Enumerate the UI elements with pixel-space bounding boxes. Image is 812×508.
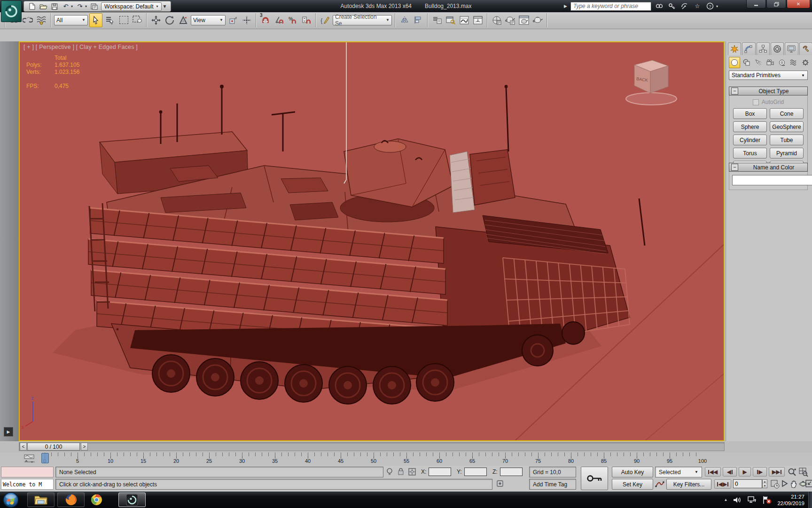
action-center-flag-icon[interactable]	[762, 496, 772, 504]
z-coordinate-field[interactable]	[500, 468, 523, 476]
named-selection-sets-dropdown[interactable]: Create Selection Se▼	[333, 15, 392, 25]
keyboard-shortcut-override-icon[interactable]: {	[319, 14, 331, 27]
maxscript-macro-recorder[interactable]	[1, 467, 54, 477]
help-dropdown-icon[interactable]: ▾	[716, 4, 718, 8]
select-and-rotate-icon[interactable]	[164, 14, 176, 27]
y-coordinate-field[interactable]	[464, 468, 487, 476]
tab-motion[interactable]	[771, 42, 784, 55]
isolate-selection-lightbulb-icon[interactable]	[386, 468, 393, 476]
taskbar-explorer-button[interactable]	[27, 492, 55, 507]
select-object-button[interactable]	[89, 13, 102, 27]
start-button[interactable]	[2, 491, 20, 508]
tab-modify[interactable]	[742, 42, 755, 55]
primitive-button-geosphere[interactable]: GeoSphere	[770, 121, 804, 132]
current-frame-field[interactable]	[733, 479, 762, 488]
play-button[interactable]: ▶	[739, 467, 751, 476]
qat-customize-icon[interactable]: ▼	[163, 4, 167, 9]
auto-key-button[interactable]: Auto Key	[612, 467, 653, 477]
track-bar[interactable]: 0510152025303540455055606570758085909510…	[0, 452, 812, 466]
rendered-frame-window-icon[interactable]	[518, 14, 530, 27]
next-frame-button[interactable]: ▶	[753, 467, 767, 476]
render-production-icon[interactable]	[531, 14, 544, 27]
set-key-button[interactable]: Set Key	[612, 479, 653, 490]
maximize-viewport-toggle-icon[interactable]	[805, 480, 812, 487]
category-geometry[interactable]	[729, 57, 740, 68]
volume-icon[interactable]	[733, 496, 742, 504]
pan-to-selected-icon[interactable]	[781, 480, 789, 487]
primitive-button-cone[interactable]: Cone	[770, 108, 804, 119]
tab-display[interactable]	[785, 42, 798, 55]
go-to-end-button[interactable]: ▶▶	[769, 467, 785, 476]
viewcube[interactable]: BACK	[626, 60, 677, 105]
schematic-view-icon[interactable]	[472, 14, 484, 27]
pan-hand-icon[interactable]	[789, 480, 798, 488]
category-shapes[interactable]	[742, 57, 752, 68]
angle-snap-toggle-icon[interactable]	[273, 14, 285, 27]
select-by-name-icon[interactable]	[104, 14, 116, 27]
network-icon[interactable]	[747, 496, 757, 504]
time-slider-thumb[interactable]: 0 / 100	[27, 443, 80, 451]
restore-button[interactable]	[766, 0, 786, 8]
mirror-icon[interactable]	[398, 14, 411, 27]
help-icon[interactable]: ?	[705, 2, 715, 10]
default-in-out-tangents-icon[interactable]	[655, 480, 664, 488]
tray-expand-icon[interactable]: ▲	[724, 498, 728, 502]
bind-to-space-warp-icon[interactable]	[35, 14, 47, 27]
search-input[interactable]	[570, 2, 651, 11]
key-mode-toggle-button[interactable]: ◀▶	[714, 479, 731, 489]
primitive-button-cylinder[interactable]: Cylinder	[733, 135, 767, 145]
infocenter-expand-icon[interactable]: ▶	[564, 4, 567, 8]
time-configuration-icon[interactable]	[771, 480, 780, 489]
category-systems[interactable]	[800, 57, 811, 68]
favorites-star-icon[interactable]: ☆	[693, 2, 702, 10]
previous-frame-arrow-button[interactable]: <	[20, 443, 27, 451]
name-color-rollout-header[interactable]: − Name and Color	[729, 163, 808, 172]
tab-create[interactable]	[728, 42, 741, 55]
unlink-selection-icon[interactable]	[22, 14, 34, 27]
track-bar-ruler[interactable]: 0510152025303540455055606570758085909510…	[45, 452, 703, 465]
viewport-layout-tab-icon[interactable]: ▶	[4, 427, 13, 437]
use-pivot-point-center-icon[interactable]	[227, 14, 239, 27]
primitive-button-sphere[interactable]: Sphere	[733, 121, 767, 132]
redo-icon[interactable]: ↷	[76, 3, 84, 10]
spinner-snap-toggle-icon[interactable]	[300, 14, 312, 27]
taskbar-chrome-button[interactable]	[90, 493, 103, 506]
key-mode-dropdown[interactable]: Selected ▼	[655, 467, 702, 477]
communication-center-icon[interactable]	[680, 2, 689, 10]
undo-dropdown-icon[interactable]: ▾	[71, 4, 73, 8]
taskbar-3dsmax-button[interactable]	[118, 492, 146, 507]
select-and-manipulate-icon[interactable]	[241, 14, 253, 27]
add-time-tag-field[interactable]: Add Time Tag	[529, 479, 576, 490]
primitive-button-box[interactable]: Box	[733, 108, 767, 119]
tab-hierarchy[interactable]	[757, 42, 770, 55]
communicate-cube-icon[interactable]	[496, 480, 504, 488]
close-button[interactable]: ✕	[787, 0, 810, 8]
next-frame-arrow-button[interactable]: >	[81, 443, 88, 451]
category-helpers[interactable]	[777, 57, 787, 68]
search-icon[interactable]	[655, 2, 664, 10]
material-editor-icon[interactable]	[491, 14, 503, 27]
layer-manager-icon[interactable]	[431, 14, 443, 27]
category-cameras[interactable]	[765, 57, 775, 68]
curve-editor-icon[interactable]	[458, 14, 470, 27]
selection-lock-icon[interactable]	[398, 468, 404, 476]
percent-snap-toggle-icon[interactable]: %	[287, 14, 299, 27]
time-slider-track[interactable]	[19, 442, 725, 451]
workspace-dropdown[interactable]: Workspace: Default ▾	[101, 2, 162, 11]
go-to-start-button[interactable]: ◀◀	[705, 467, 721, 476]
redo-dropdown-icon[interactable]: ▾	[85, 4, 87, 8]
select-and-move-icon[interactable]	[150, 14, 162, 27]
reference-coordinate-system-dropdown[interactable]: View▼	[191, 15, 226, 25]
selection-filter-dropdown[interactable]: All▼	[54, 15, 88, 25]
frame-spinner[interactable]: ▲▼	[762, 479, 767, 488]
perspective-viewport[interactable]: BACK z x [ + ] [ Perspective ] [ Clay + …	[19, 41, 725, 441]
application-menu-button[interactable]	[1, 0, 22, 22]
project-folder-icon[interactable]	[90, 3, 98, 10]
save-file-icon[interactable]	[50, 3, 59, 10]
open-file-icon[interactable]	[39, 3, 47, 10]
rectangular-selection-region-icon[interactable]	[117, 14, 130, 27]
snaps-toggle-3d-icon[interactable]: 3	[259, 14, 272, 27]
maxscript-mini-listener[interactable]: Welcome to M	[1, 479, 54, 490]
open-mini-curve-editor-icon[interactable]	[23, 454, 36, 464]
previous-frame-button[interactable]: ◀	[723, 467, 737, 476]
